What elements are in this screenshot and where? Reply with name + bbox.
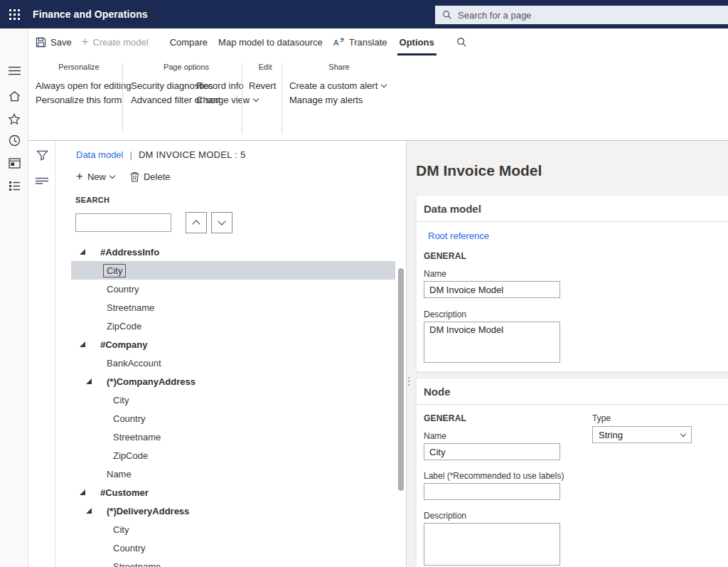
expanded-triangle-icon[interactable] xyxy=(80,489,85,495)
tree-item-name[interactable]: Name xyxy=(71,465,395,483)
app-title: Finance and Operations xyxy=(33,9,148,20)
tree-item-bankaccount[interactable]: BankAccount xyxy=(71,354,395,372)
tree-item-addressinfo[interactable]: #AddressInfo xyxy=(71,243,395,261)
expanded-triangle-icon[interactable] xyxy=(86,508,92,514)
node-card-header[interactable]: Node xyxy=(417,378,728,405)
chevron-down-icon xyxy=(109,173,115,179)
home-icon[interactable] xyxy=(0,85,28,107)
create-model-button[interactable]: + Create model xyxy=(82,28,149,55)
pane-tool-column xyxy=(28,141,55,567)
translate-label: Translate xyxy=(349,37,387,48)
create-a-custom-alert-button[interactable]: Create a custom alert xyxy=(289,79,389,93)
tree-search-label: SEARCH xyxy=(75,196,406,204)
collapse-pane-icon[interactable] xyxy=(28,171,55,191)
breadcrumb-data-model-link[interactable]: Data model xyxy=(76,149,123,160)
breadcrumb-record-title: DM INVOICE MODEL : 5 xyxy=(139,149,246,160)
tree-item-deliveryaddress[interactable]: (*)DeliveryAddress xyxy=(71,502,395,520)
tree-item-companyaddress[interactable]: (*)CompanyAddress xyxy=(71,372,395,391)
description-field-label: Description xyxy=(424,309,722,319)
security-diagnostics-button[interactable]: Security diagnostics xyxy=(131,79,196,93)
tree-item-country[interactable]: Country xyxy=(71,539,395,557)
translate-button[interactable]: A Translate xyxy=(333,28,387,55)
chevron-down-icon xyxy=(381,82,387,88)
search-previous-button[interactable] xyxy=(186,212,207,233)
expand-navigation-icon[interactable] xyxy=(0,60,28,81)
tree-item-streetname[interactable]: Streetname xyxy=(71,428,395,446)
options-label: Options xyxy=(400,37,434,48)
group-label: Edit xyxy=(249,63,282,71)
advanced-filter-or-sort-button[interactable]: Advanced filter or sort xyxy=(131,93,196,107)
plus-icon: + xyxy=(82,36,89,48)
tree-item-city-selected[interactable]: City xyxy=(71,261,395,280)
tree-scrollbar[interactable] xyxy=(398,268,404,491)
tree-item-city[interactable]: City xyxy=(71,391,395,409)
tree-item-city[interactable]: City xyxy=(71,520,395,539)
expanded-triangle-icon[interactable] xyxy=(86,378,92,384)
model-name-input[interactable] xyxy=(424,281,560,298)
tree-item-country[interactable]: Country xyxy=(71,409,395,428)
action-search-button[interactable] xyxy=(456,28,467,55)
new-label: New xyxy=(87,171,106,182)
chevron-up-icon xyxy=(192,220,200,228)
tree-item-zipcode[interactable]: ZipCode xyxy=(71,317,395,335)
type-dropdown-value: String xyxy=(599,430,623,440)
model-description-textarea[interactable]: DM Invoice Model xyxy=(424,322,560,363)
page-search-input[interactable] xyxy=(458,10,685,21)
search-next-button[interactable] xyxy=(211,212,232,233)
filter-icon[interactable] xyxy=(28,145,55,165)
compare-button[interactable]: Compare xyxy=(170,28,208,55)
expanded-triangle-icon[interactable] xyxy=(80,341,85,347)
top-navigation-bar: Finance and Operations xyxy=(0,0,728,28)
tree-item-company[interactable]: #Company xyxy=(71,335,395,354)
splitter-handle[interactable] xyxy=(408,377,410,386)
recent-clock-icon[interactable] xyxy=(0,129,28,151)
breadcrumb-separator: | xyxy=(129,149,132,160)
always-open-for-editing-button[interactable]: Always open for editing xyxy=(36,79,122,93)
modules-list-icon[interactable] xyxy=(0,175,28,196)
group-label: Personalize xyxy=(36,63,122,71)
search-icon xyxy=(442,10,452,20)
tree-item-customer[interactable]: #Customer xyxy=(71,483,395,502)
page-search-box[interactable] xyxy=(435,6,728,24)
delete-button[interactable]: Delete xyxy=(130,171,171,182)
search-icon xyxy=(456,37,467,48)
waffle-icon[interactable] xyxy=(0,0,28,28)
tab-options[interactable]: Options xyxy=(397,28,437,55)
detail-panel: DM Invoice Model Data model Root referen… xyxy=(406,141,728,567)
new-button[interactable]: + New xyxy=(76,171,114,182)
translate-icon: A xyxy=(333,37,345,47)
data-model-tree-pane: Data model | DM INVOICE MODEL : 5 + New … xyxy=(55,141,406,567)
node-label-input[interactable] xyxy=(424,483,560,500)
revert-button[interactable]: Revert xyxy=(249,79,282,93)
workspaces-icon[interactable] xyxy=(0,152,28,174)
root-reference-link[interactable]: Root reference xyxy=(428,230,489,241)
tree-search-input[interactable] xyxy=(75,213,171,232)
svg-text:A: A xyxy=(333,38,339,47)
group-label: Page options xyxy=(131,63,242,71)
node-description-textarea[interactable] xyxy=(424,523,560,566)
create-custom-alert-label: Create a custom alert xyxy=(289,79,378,93)
node-name-input[interactable] xyxy=(424,443,560,460)
data-model-tree: #AddressInfo City Country Streetname Zip… xyxy=(71,243,395,567)
expanded-triangle-icon[interactable] xyxy=(80,249,85,255)
data-model-card-header[interactable]: Data model xyxy=(417,196,728,222)
ribbon-group-edit: Edit Revert xyxy=(242,63,282,140)
options-ribbon: Personalize Always open for editing Pers… xyxy=(28,55,728,141)
delete-label: Delete xyxy=(144,171,171,182)
plus-icon: + xyxy=(76,170,83,182)
tree-item-zipcode[interactable]: ZipCode xyxy=(71,446,395,465)
name-field-label: Name xyxy=(424,269,722,279)
type-dropdown[interactable]: String xyxy=(592,426,692,443)
save-button[interactable]: Save xyxy=(36,28,72,55)
tree-item-streetname[interactable]: Streetname xyxy=(71,298,395,317)
left-nav-strip xyxy=(0,28,28,567)
tree-item-country[interactable]: Country xyxy=(71,280,395,298)
node-label-field-label: Label (*Recommended to use labels) xyxy=(424,471,722,481)
favorites-star-icon[interactable] xyxy=(0,108,28,129)
manage-my-alerts-button[interactable]: Manage my alerts xyxy=(289,93,389,107)
record-title: DM Invoice Model xyxy=(416,162,728,179)
ribbon-group-page-options: Page options Security diagnostics Advanc… xyxy=(123,63,242,140)
map-model-to-datasource-button[interactable]: Map model to datasource xyxy=(218,28,323,55)
personalize-this-form-button[interactable]: Personalize this form xyxy=(36,93,122,107)
tree-item-streetname[interactable]: Streetname xyxy=(71,557,395,567)
